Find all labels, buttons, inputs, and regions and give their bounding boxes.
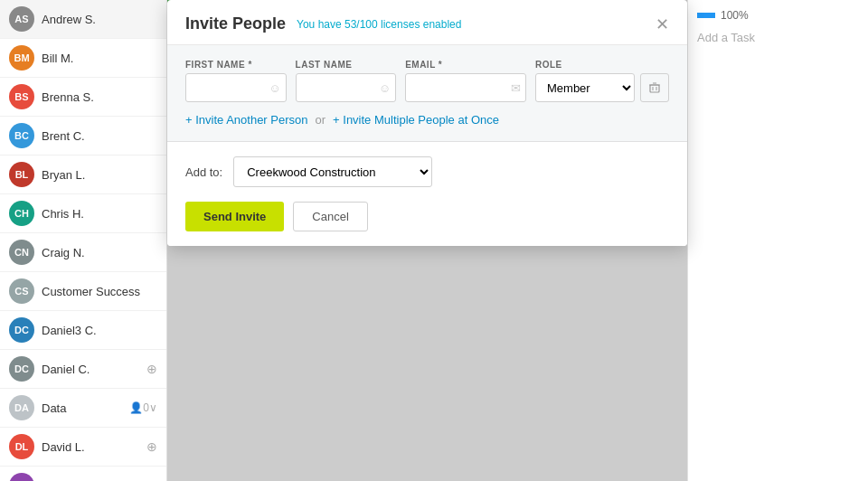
first-name-label: FIRST NAME *: [185, 60, 287, 70]
sidebar-item-data[interactable]: DAData👤0∨: [0, 389, 166, 428]
sidebar-item-label: David L.: [42, 440, 139, 454]
avatar: DC: [9, 356, 34, 382]
avatar: BC: [9, 123, 34, 148]
invite-people-modal: Invite People You have 53/100 licenses e…: [167, 0, 687, 246]
sidebar-item-daniel3[interactable]: DCDaniel3 C.: [0, 311, 166, 350]
delete-row-button[interactable]: [640, 73, 669, 102]
sidebar-item-chris[interactable]: CHChris H.: [0, 194, 166, 233]
modal-bottom: Add to: Creekwood Construction Send Invi…: [167, 142, 687, 246]
sidebar-item-label: Daniel3 C.: [42, 324, 157, 337]
avatar: CH: [9, 201, 34, 226]
avatar: CS: [9, 278, 34, 304]
sidebar-item-label: Andrew S.: [42, 13, 157, 26]
invite-multiple-link[interactable]: + Invite Multiple People at Once: [333, 113, 499, 127]
role-field: ROLE Member Admin Guest: [535, 60, 669, 102]
sidebar-item-brenna[interactable]: BSBrenna S.: [0, 78, 166, 117]
plus-circle-icon: ⊕: [146, 439, 157, 454]
main-content: Invite People You have 53/100 licenses e…: [167, 0, 687, 481]
sidebar-item-label: Customer Success: [42, 285, 157, 298]
sidebar-item-label: Chris H.: [42, 207, 157, 221]
cancel-button[interactable]: Cancel: [293, 202, 367, 231]
email-label: EMAIL *: [405, 60, 526, 70]
form-area: FIRST NAME * ☺ LAST NAME ☺: [167, 45, 687, 142]
email-field: EMAIL * ✉: [405, 60, 526, 102]
avatar: DC: [9, 317, 34, 343]
progress-bar-container: 100%: [697, 9, 859, 22]
form-row: FIRST NAME * ☺ LAST NAME ☺: [185, 60, 669, 102]
add-to-row: Add to: Creekwood Construction: [185, 156, 669, 187]
sidebar-item-bill[interactable]: BMBill M.: [0, 39, 166, 78]
action-buttons: Send Invite Cancel: [185, 202, 669, 231]
modal-header: Invite People You have 53/100 licenses e…: [167, 0, 687, 45]
trash-icon: [648, 81, 661, 94]
sidebar-item-label: Brenna S.: [42, 90, 157, 104]
role-label: ROLE: [535, 60, 669, 70]
add-to-label: Add to:: [185, 165, 222, 179]
role-select[interactable]: Member Admin Guest: [535, 73, 635, 102]
sidebar-item-craig[interactable]: CNCraig N.: [0, 233, 166, 272]
sidebar-item-bryan[interactable]: BLBryan L.: [0, 156, 166, 194]
modal-title: Invite People: [185, 14, 286, 33]
avatar: DW: [9, 473, 34, 481]
first-name-field: FIRST NAME * ☺: [185, 60, 287, 102]
avatar: BS: [9, 84, 34, 109]
email-icon: ✉: [511, 81, 521, 95]
sidebar-item-label: Daniel C.: [42, 363, 139, 376]
sidebar-item-label: Data: [42, 401, 122, 415]
modal-overlay: Invite People You have 53/100 licenses e…: [167, 0, 687, 481]
person-count-icon: 👤0∨: [129, 401, 157, 414]
sidebar-item-brent[interactable]: BCBrent C.: [0, 117, 166, 156]
svg-rect-0: [650, 85, 659, 92]
avatar: AS: [9, 6, 34, 32]
avatar: DA: [9, 395, 34, 420]
invite-separator: or: [316, 113, 326, 127]
sidebar-item-andrew[interactable]: ASAndrew S.: [0, 0, 166, 39]
invite-another-link[interactable]: + Invite Another Person: [185, 113, 308, 127]
progress-label: 100%: [721, 9, 749, 22]
sidebar-item-danielc[interactable]: DCDaniel C.⊕: [0, 350, 166, 389]
invite-links-row: + Invite Another Person or + Invite Mult…: [185, 113, 669, 127]
send-invite-button[interactable]: Send Invite: [185, 202, 284, 231]
sidebar-item-label: Brent C.: [42, 129, 157, 143]
sidebar-item-label: Craig N.: [42, 246, 157, 259]
sidebar-item-label: Bill M.: [42, 52, 157, 65]
email-input[interactable]: [405, 73, 526, 102]
progress-bar-track: [697, 13, 715, 18]
sidebar-item-dawnw[interactable]: DWDawn W.⊕: [0, 467, 166, 481]
last-name-field: LAST NAME ☺: [296, 60, 397, 102]
right-panel: 100% Add a Task: [687, 0, 868, 481]
close-button[interactable]: ✕: [656, 16, 669, 33]
last-name-label: LAST NAME: [296, 60, 397, 70]
person-icon: ☺: [269, 81, 280, 95]
avatar: BM: [9, 45, 34, 71]
add-task-link[interactable]: Add a Task: [697, 31, 859, 44]
sidebar-item-customersuccess[interactable]: CSCustomer Success: [0, 272, 166, 311]
sidebar: ASAndrew S.BMBill M.BSBrenna S.BCBrent C…: [0, 0, 167, 481]
sidebar-item-label: Bryan L.: [42, 168, 157, 182]
plus-circle-icon: ⊕: [146, 362, 157, 376]
sidebar-item-davidl[interactable]: DLDavid L.⊕: [0, 428, 166, 467]
avatar: CN: [9, 240, 34, 265]
person-icon-2: ☺: [379, 81, 391, 95]
avatar: BL: [9, 162, 34, 187]
add-to-select[interactable]: Creekwood Construction: [233, 156, 432, 187]
avatar: DL: [9, 434, 34, 459]
license-badge: You have 53/100 licenses enabled: [297, 18, 461, 31]
